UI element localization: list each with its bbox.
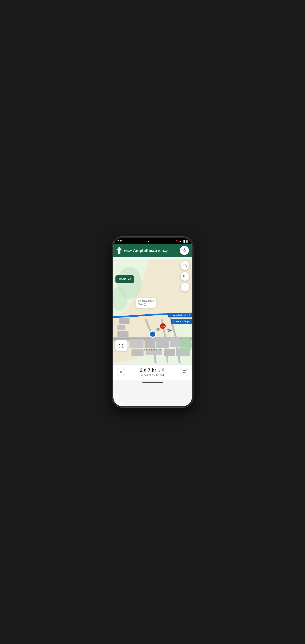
home-indicator (142, 382, 163, 382)
eco-icon: 🍃 (157, 368, 161, 372)
signal-icon: ▐▐ (182, 240, 185, 242)
search-button[interactable] (181, 261, 189, 270)
svg-rect-2 (184, 248, 185, 250)
bottom-bar: × 2 d 7 hr 🍃 ⓘ 3,775 mi • 2:54 AM (113, 365, 192, 380)
trip-dot: • (152, 373, 153, 376)
speed-indicator: - - mph (115, 340, 128, 351)
road-label-bottom-text: toward Amph (176, 320, 190, 322)
svg-line-35 (186, 266, 186, 266)
battery-icon: ▓ (186, 240, 187, 242)
road-label-top-arrow: ↩ (170, 314, 172, 316)
street-name: Amphitheatre (133, 248, 160, 253)
svg-point-29 (156, 328, 160, 331)
road-arrow-left-icon: ← (138, 348, 140, 351)
sound-icon (183, 274, 187, 279)
svg-rect-13 (129, 339, 143, 348)
compass-icon (183, 285, 187, 290)
close-icon: × (120, 370, 122, 374)
then-banner: Then ↩ (115, 275, 134, 283)
road-name-area: ← E Charleston Rd ← (138, 348, 167, 351)
close-button[interactable]: × (117, 368, 125, 376)
mic-button[interactable] (180, 246, 189, 255)
speed-unit: mph (119, 346, 124, 348)
trip-eta: 2:54 AM (154, 373, 164, 376)
then-label: Then (118, 278, 126, 281)
location-icon: 📍 (175, 240, 178, 243)
road-label-amphitheatre-top: ↩ Amphitheatre P (168, 313, 192, 318)
trip-details: 3,775 mi • 2:54 AM (125, 373, 180, 376)
camera-notch (150, 238, 156, 244)
speed-value: - - (119, 342, 124, 346)
then-arrow-icon: ↩ (128, 277, 131, 282)
nav-up-arrow-icon (116, 247, 122, 254)
alt-routes-button[interactable] (180, 368, 188, 376)
svg-text:STOP: STOP (161, 326, 165, 328)
toward-label: toward (124, 250, 132, 252)
route-time: 21 min slower (138, 300, 154, 303)
nav-direction: toward Amphitheatre Pkwy (124, 248, 168, 253)
svg-point-34 (184, 264, 186, 266)
route-tolls: Tolls ⓘ (138, 303, 154, 306)
info-icon: ⓘ (162, 368, 165, 372)
road-label-amphitheatre-bottom: ↩ toward Amph (171, 319, 192, 324)
nav-header-left: toward Amphitheatre Pkwy (116, 247, 180, 254)
svg-marker-36 (183, 275, 185, 277)
sound-button[interactable] (181, 272, 189, 281)
map-controls (181, 261, 189, 292)
map-area[interactable]: STOP R ← ← Th (113, 257, 192, 365)
trip-info: 2 d 7 hr 🍃 ⓘ 3,775 mi • 2:54 AM (125, 368, 180, 376)
svg-text:←: ← (145, 338, 147, 341)
svg-rect-14 (145, 340, 154, 348)
e-charleston-rd-label: E Charleston Rd (144, 348, 161, 351)
mic-icon (182, 248, 187, 253)
street-suffix: Pkwy (160, 249, 167, 252)
wifi-icon: ▾▸ (179, 240, 181, 243)
route-info-bubble[interactable]: 21 min slower Tolls ⓘ (136, 298, 156, 308)
svg-text:←: ← (176, 338, 178, 341)
svg-point-27 (150, 332, 155, 337)
status-time: 7:25 (118, 240, 123, 243)
road-label-top-text: Amphitheatre P (173, 314, 190, 316)
phone-frame: 7:25 ▲ 📍 ▾▸ ▐▐ ▓ toward Amphitheatre Pkw… (112, 237, 193, 407)
svg-rect-10 (117, 331, 128, 337)
search-icon (183, 263, 187, 268)
svg-rect-16 (170, 338, 180, 347)
trip-distance: 3,775 mi (141, 373, 152, 376)
nav-header: toward Amphitheatre Pkwy (113, 244, 192, 257)
svg-rect-11 (117, 325, 125, 330)
svg-marker-0 (116, 247, 122, 254)
alt-routes-icon (182, 370, 186, 374)
svg-rect-12 (119, 318, 129, 324)
trip-duration: 2 d 7 hr 🍃 ⓘ (125, 368, 180, 373)
status-icons: 📍 ▾▸ ▐▐ ▓ (175, 240, 188, 243)
road-label-bottom-arrow: ↩ (173, 320, 175, 322)
compass-button[interactable] (181, 283, 189, 292)
svg-rect-15 (156, 338, 169, 348)
road-arrow-right-icon: ← (165, 348, 167, 351)
nav-status-icon: ▲ (148, 240, 150, 242)
duration-text: 2 d 7 hr (140, 368, 156, 373)
svg-point-30 (180, 337, 192, 353)
